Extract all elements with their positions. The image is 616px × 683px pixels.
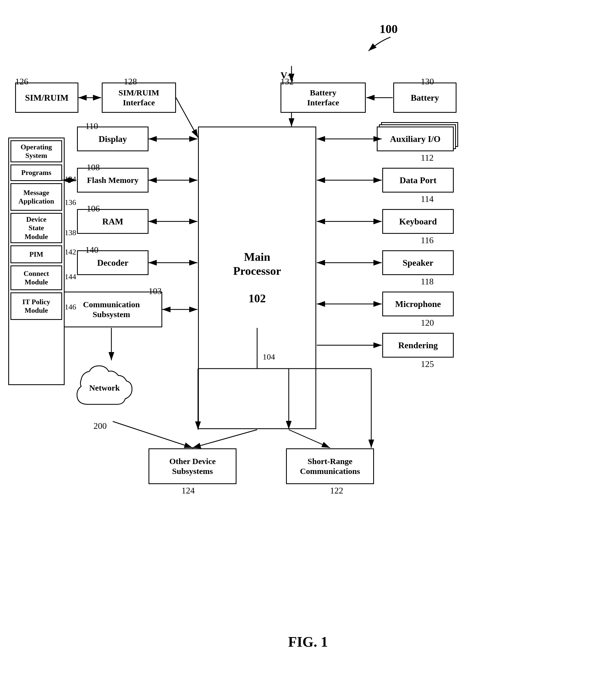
ref-118: 118 <box>421 276 434 286</box>
connect-module-box: ConnectModule <box>10 265 62 290</box>
ref-125: 125 <box>421 359 434 369</box>
ref-200: 200 <box>93 421 107 431</box>
svg-text:Network: Network <box>89 383 120 392</box>
keyboard-box: Keyboard <box>382 209 454 234</box>
ref-140: 140 <box>85 245 98 255</box>
ref-130: 130 <box>421 77 434 87</box>
diagram: 100 V+ SIM/RUIM 126 SIM/RUIMInterface 12… <box>0 0 616 683</box>
programs-box: Programs <box>10 165 62 181</box>
aux-io-box: Auxiliary I/O <box>377 127 454 151</box>
sim-ruim-box: SIM/RUIM <box>15 83 79 113</box>
fig-caption: FIG. 1 <box>0 634 616 650</box>
battery-box: Battery <box>393 83 457 113</box>
pim-box: PIM <box>10 246 62 263</box>
main-processor-box: MainProcessor102 <box>198 127 316 429</box>
sim-ruim-interface-box: SIM/RUIMInterface <box>102 83 176 113</box>
message-app-box: MessageApplication <box>10 183 62 211</box>
ref-144: 144 <box>65 272 76 281</box>
ref-124: 124 <box>181 486 195 496</box>
svg-line-18 <box>193 430 257 448</box>
speaker-box: Speaker <box>382 250 454 275</box>
microphone-box: Microphone <box>382 292 454 316</box>
ref-100: 100 <box>379 22 398 36</box>
svg-line-17 <box>113 421 193 448</box>
svg-line-19 <box>289 430 330 448</box>
ref-136: 136 <box>65 198 76 207</box>
os-box: OperatingSystem <box>10 140 62 162</box>
ref-126: 126 <box>15 77 28 87</box>
ref-110: 110 <box>85 121 98 131</box>
battery-interface-box: BatteryInterface <box>281 83 366 113</box>
ref-116: 116 <box>421 235 434 246</box>
ref-108: 108 <box>87 162 100 172</box>
rendering-box: Rendering <box>382 333 454 358</box>
ref-103: 103 <box>149 286 162 296</box>
it-policy-box: IT PolicyModule <box>10 293 62 320</box>
data-port-box: Data Port <box>382 168 454 193</box>
ref-134: 134 <box>65 175 76 184</box>
ref-138: 138 <box>65 228 76 237</box>
ref-106: 106 <box>87 204 100 214</box>
ref-132: 132 <box>281 77 294 87</box>
other-device-box: Other DeviceSubsystems <box>149 448 237 484</box>
device-state-box: DeviceStateModule <box>10 213 62 243</box>
ref-112: 112 <box>421 153 434 163</box>
ref-120: 120 <box>421 318 434 328</box>
network-cloud: Network <box>66 360 143 421</box>
ref-146: 146 <box>65 303 76 312</box>
ref-142: 142 <box>65 248 76 256</box>
ref-104: 104 <box>263 352 275 361</box>
ref-114: 114 <box>421 194 434 204</box>
svg-line-9 <box>176 98 198 137</box>
ref-122: 122 <box>330 486 343 496</box>
ref-128: 128 <box>124 77 137 87</box>
short-range-box: Short-RangeCommunications <box>286 448 374 484</box>
